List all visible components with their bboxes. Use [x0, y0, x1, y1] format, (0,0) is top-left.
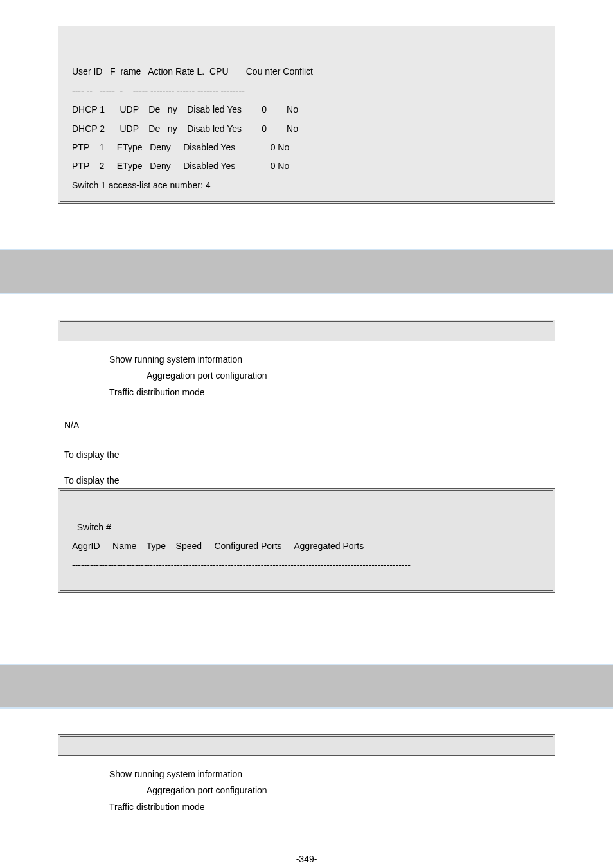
desc2-line2: Aggregation port configuration [147, 782, 613, 799]
console1-footer: Switch 1 access-list ace number: 4 [72, 180, 211, 190]
display-text-1: To display the [64, 449, 613, 460]
desc2-line3: Traffic distribution mode [109, 799, 613, 815]
console-output-2: Switch # AggrID Name Type Speed Configur… [58, 488, 555, 593]
na-text: N/A [64, 420, 613, 430]
display-text-2: To display the [64, 475, 613, 485]
desc1-line3: Traffic distribution mode [109, 384, 613, 401]
desc1-line1: Show running system information [109, 352, 613, 368]
desc1-line2: Aggregation port configuration [147, 368, 613, 384]
console1-row4: PTP 2 EType Deny Disabled Yes 0 No [72, 161, 289, 171]
console1-row1: DHCP 1 UDP De ny Disab led Yes 0 No [72, 104, 298, 114]
page-number: -349- [0, 854, 613, 864]
console2-row1: Switch # [77, 522, 111, 532]
description-block-2: Show running system information Aggregat… [109, 766, 613, 815]
section-divider-2 [0, 664, 613, 709]
empty-box-2 [58, 734, 555, 756]
desc2-line1: Show running system information [109, 766, 613, 782]
console1-row3: PTP 1 EType Deny Disabled Yes 0 No [72, 142, 289, 152]
section-divider-1 [0, 249, 613, 294]
console1-header: User ID F rame Action Rate L. CPU Cou nt… [72, 66, 313, 77]
console-output-1: User ID F rame Action Rate L. CPU Cou nt… [58, 26, 555, 204]
console1-dashes: ---- -- ----- - ----- -------- ------ --… [72, 86, 245, 96]
console2-row2: AggrID Name Type Speed Configured Ports … [72, 541, 364, 551]
empty-box-1 [58, 320, 555, 341]
description-block-1: Show running system information Aggregat… [109, 352, 613, 401]
console1-row2: DHCP 2 UDP De ny Disab led Yes 0 No [72, 123, 298, 134]
console2-row3: ----------------------------------------… [72, 560, 411, 570]
